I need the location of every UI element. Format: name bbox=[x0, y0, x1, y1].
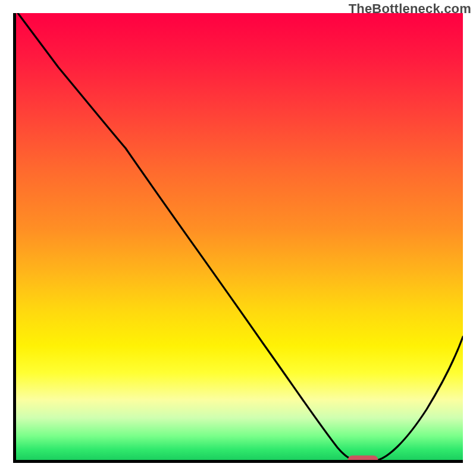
watermark-text: TheBottleneck.com bbox=[349, 1, 471, 17]
plot-gradient-background bbox=[13, 13, 463, 463]
bottleneck-chart: TheBottleneck.com bbox=[0, 0, 476, 476]
